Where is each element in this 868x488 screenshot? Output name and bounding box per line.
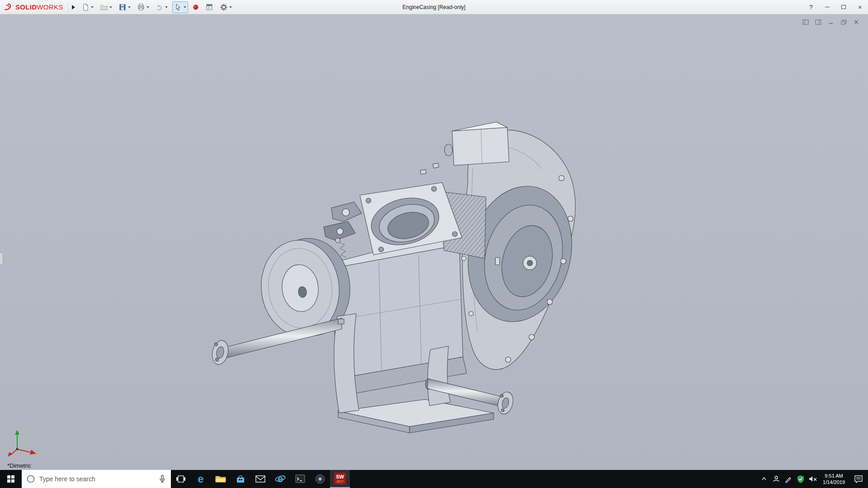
task-view-button[interactable] (171, 470, 191, 488)
close-button[interactable]: × (852, 0, 868, 14)
command-prompt-icon (294, 473, 306, 485)
chevron-down-icon[interactable] (128, 6, 131, 8)
solidworks-app-button[interactable]: SW 2017 (330, 470, 350, 488)
svg-text:e: e (278, 473, 283, 484)
app-circle-icon (314, 473, 326, 485)
store-button[interactable] (231, 470, 250, 488)
volume-muted-icon[interactable] (807, 470, 819, 488)
minimize-button[interactable] (819, 0, 835, 14)
chevron-down-icon[interactable] (165, 6, 168, 8)
people-icon[interactable] (770, 470, 782, 488)
file-explorer-button[interactable] (211, 470, 231, 488)
printer-icon (137, 3, 145, 11)
doc-close-button[interactable] (852, 18, 861, 26)
clock-time: 9:51 AM (825, 473, 843, 479)
action-center-icon (854, 474, 863, 484)
brand-text: SOLIDWORKS (15, 3, 63, 11)
start-button[interactable] (0, 470, 22, 488)
taskbar: e e (0, 470, 868, 488)
cortana-circle-icon (26, 474, 35, 483)
microphone-icon[interactable] (158, 474, 166, 483)
solidworks-logo-icon (4, 3, 14, 11)
action-center-button[interactable] (849, 474, 868, 484)
chevron-down-icon[interactable] (109, 6, 112, 8)
window-controls: ? × (803, 0, 868, 14)
toolbar-separator (68, 3, 68, 12)
taskbar-search[interactable] (22, 470, 171, 488)
system-tray: 9:51 AM 1/14/2019 (758, 470, 868, 488)
gear-icon (220, 3, 228, 11)
task-view-icon (176, 474, 186, 484)
store-bag-icon (235, 474, 246, 484)
split-pane-right-button[interactable] (814, 18, 823, 26)
security-shield-icon[interactable] (794, 470, 807, 488)
taskbar-clock[interactable]: 9:51 AM 1/14/2019 (819, 473, 849, 485)
mail-button[interactable] (250, 470, 270, 488)
toolbar-flyout-arrow[interactable] (72, 5, 75, 9)
hidden-icons-chevron[interactable] (758, 470, 770, 488)
mail-envelope-icon (255, 473, 266, 485)
document-window-controls (801, 18, 861, 26)
select-cursor-icon (174, 3, 182, 11)
internet-explorer-icon: e (274, 473, 286, 485)
new-document-button[interactable] (80, 1, 95, 13)
command-prompt-button[interactable] (290, 470, 310, 488)
spreadsheet-button[interactable] (203, 1, 215, 13)
options-button[interactable] (218, 1, 234, 13)
left-flyout-handle[interactable] (0, 253, 3, 265)
open-folder-icon (100, 3, 108, 11)
minimize-icon (825, 7, 830, 8)
open-document-button[interactable] (98, 1, 114, 13)
edge-icon: e (195, 473, 207, 485)
solidworks-brand: SOLIDWORKS (0, 3, 66, 11)
print-button[interactable] (135, 1, 151, 13)
undo-button[interactable] (154, 1, 170, 13)
graphics-viewport[interactable]: *Dimetric (0, 14, 868, 470)
windows-logo-icon (7, 475, 14, 483)
pen-icon[interactable] (782, 470, 794, 488)
solidworks-app-icon: SW 2017 (334, 473, 346, 484)
svg-text:e: e (198, 473, 203, 485)
undo-arrow-icon (156, 3, 164, 11)
maximize-icon (841, 5, 846, 9)
engine-casing-model[interactable] (0, 14, 868, 470)
clock-date: 1/14/2019 (823, 479, 845, 485)
save-floppy-icon (118, 3, 127, 11)
red-tool-button[interactable] (191, 1, 201, 13)
save-button[interactable] (117, 1, 132, 13)
doc-minimize-button[interactable] (826, 18, 835, 26)
maximize-button[interactable] (835, 0, 852, 14)
folder-icon (215, 473, 226, 485)
chevron-down-icon[interactable] (229, 6, 232, 8)
quick-access-toolbar (80, 1, 234, 13)
app-button[interactable] (310, 470, 330, 488)
select-tool-button[interactable] (172, 1, 188, 13)
orientation-triad-icon (7, 428, 40, 459)
chevron-down-icon[interactable] (91, 6, 94, 8)
search-input[interactable] (39, 475, 154, 483)
orientation-label: *Dimetric (7, 462, 31, 469)
help-button[interactable]: ? (803, 0, 819, 14)
edge-browser-button[interactable]: e (191, 470, 211, 488)
chevron-down-icon[interactable] (146, 6, 149, 8)
new-document-icon (81, 3, 90, 11)
split-pane-left-button[interactable] (801, 18, 810, 26)
doc-restore-button[interactable] (839, 18, 848, 26)
internet-explorer-button[interactable]: e (270, 470, 290, 488)
red-sphere-icon (193, 3, 199, 11)
titlebar: SOLIDWORKS (0, 0, 868, 14)
table-grid-icon (205, 3, 213, 11)
chevron-down-icon[interactable] (184, 6, 186, 8)
window-title: EngineCasing [Read-only] (402, 4, 465, 10)
